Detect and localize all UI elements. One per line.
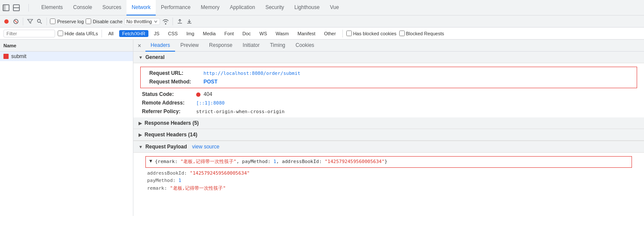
- svg-rect-1: [3, 5, 6, 11]
- wifi-icon[interactable]: [162, 18, 169, 25]
- has-blocked-cookies-checkbox[interactable]: Has blocked cookies: [346, 31, 397, 36]
- main-area: Name submit × Headers Preview Response I…: [0, 40, 644, 216]
- panel-tab-cookies[interactable]: Cookies: [290, 40, 319, 52]
- blocked-requests-checkbox[interactable]: Blocked Requests: [399, 31, 444, 36]
- left-panel: Name submit: [0, 40, 133, 216]
- payload-child-paymethod: payMethod: 1: [147, 177, 637, 184]
- general-section-header[interactable]: ▼ General: [133, 52, 644, 63]
- payload-arrow-icon: ▼: [139, 145, 143, 149]
- filter-type-css[interactable]: CSS: [165, 30, 181, 37]
- preserve-log-checkbox[interactable]: Preserve log: [50, 18, 84, 24]
- tab-network[interactable]: Network: [126, 0, 156, 15]
- svg-point-7: [37, 19, 40, 22]
- toolbar-sep2: [46, 18, 47, 25]
- column-name-header: Name: [0, 40, 133, 52]
- request-method-row: Request Method: POST: [141, 77, 637, 86]
- svg-line-8: [40, 22, 42, 24]
- panel-tab-initiator[interactable]: Initiator: [237, 40, 265, 52]
- request-payload-section-header[interactable]: ▼ Request Payload view source: [133, 141, 644, 153]
- filter-type-other[interactable]: Other: [321, 30, 339, 37]
- filter-type-img[interactable]: Img: [183, 30, 197, 37]
- request-list: submit: [0, 52, 133, 216]
- payload-child-remark: remark: "老板,记得带一次性筷子": [147, 184, 637, 192]
- throttle-dropdown[interactable]: No throttling: [124, 18, 160, 25]
- filter-type-js[interactable]: JS: [151, 30, 163, 37]
- tab-console[interactable]: Console: [68, 0, 97, 15]
- url-method-box: Request URL: http://localhost:8080/order…: [140, 67, 637, 88]
- filter-icon[interactable]: [26, 18, 34, 25]
- filter-type-wasm[interactable]: Wasm: [273, 30, 292, 37]
- record-button[interactable]: [3, 18, 10, 25]
- filter-type-doc[interactable]: Doc: [239, 30, 254, 37]
- disable-cache-checkbox[interactable]: Disable cache: [86, 18, 123, 24]
- request-item-icon: [3, 54, 9, 59]
- filter-type-fetch-xhr[interactable]: Fetch/XHR: [119, 30, 148, 37]
- right-panel: × Headers Preview Response Initiator Tim…: [133, 40, 644, 216]
- tab-application[interactable]: Application: [225, 0, 260, 15]
- tab-elements[interactable]: Elements: [36, 0, 68, 15]
- filter-sep: [102, 30, 102, 37]
- filter-type-all[interactable]: All: [105, 30, 117, 37]
- panel-tab-timing[interactable]: Timing: [265, 40, 290, 52]
- panel-tab-headers[interactable]: Headers: [145, 40, 175, 52]
- filter-sep2: [342, 30, 343, 37]
- tab-performance[interactable]: Performance: [156, 0, 196, 15]
- payload-expand-icon[interactable]: ▼: [148, 158, 153, 163]
- panel-tabs: × Headers Preview Response Initiator Tim…: [133, 40, 644, 52]
- panel-content: ▼ General Request URL: http://localhost:…: [133, 52, 644, 216]
- general-arrow-icon: ▼: [139, 55, 143, 60]
- network-toolbar: Preserve log Disable cache No throttling: [0, 15, 644, 28]
- general-section-content: Request URL: http://localhost:8080/order…: [133, 63, 644, 117]
- search-icon[interactable]: [36, 18, 43, 25]
- toolbar-sep3: [173, 18, 173, 25]
- tab-sources[interactable]: Sources: [97, 0, 126, 15]
- download-icon[interactable]: [185, 18, 193, 25]
- upload-icon[interactable]: [176, 18, 184, 25]
- panel-tab-preview[interactable]: Preview: [175, 40, 204, 52]
- tab-memory[interactable]: Memory: [196, 0, 225, 15]
- layout-icon[interactable]: [12, 3, 21, 12]
- tab-vue[interactable]: Vue: [325, 0, 344, 15]
- request-url-row: Request URL: http://localhost:8080/order…: [141, 69, 637, 77]
- tab-security[interactable]: Security: [260, 0, 289, 15]
- request-headers-section-header[interactable]: ▶ Request Headers (14): [133, 129, 644, 141]
- svg-line-6: [15, 20, 17, 23]
- status-code-row: Status Code: 404: [133, 90, 644, 99]
- clear-button[interactable]: [12, 18, 20, 25]
- payload-children: addressBookId: "1425792459560005634" pay…: [140, 169, 637, 192]
- panel-tab-response[interactable]: Response: [204, 40, 237, 52]
- separator-icon: [24, 3, 33, 12]
- filter-input[interactable]: [3, 30, 55, 37]
- request-headers-arrow-icon: ▶: [139, 132, 142, 137]
- filter-bar: Hide data URLs All Fetch/XHR JS CSS Img …: [0, 28, 644, 40]
- filter-type-ws[interactable]: WS: [256, 30, 270, 37]
- toolbar-sep1: [23, 18, 23, 25]
- tab-lighthouse[interactable]: Lighthouse: [289, 0, 325, 15]
- response-headers-arrow-icon: ▶: [139, 121, 142, 126]
- filter-type-manifest[interactable]: Manifest: [295, 30, 319, 37]
- request-item-submit[interactable]: submit: [0, 52, 133, 61]
- svg-point-4: [4, 19, 9, 24]
- payload-root-box: ▼ {remark: "老板,记得带一次性筷子", payMethod: 1, …: [145, 156, 632, 168]
- view-source-link[interactable]: view source: [192, 144, 219, 150]
- tab-bar: Elements Console Sources Network Perform…: [0, 0, 644, 15]
- remote-address-row: Remote Address: [::1]:8080: [133, 99, 644, 107]
- status-circle-icon: [196, 92, 200, 97]
- dock-icon[interactable]: [2, 3, 10, 12]
- filter-type-font[interactable]: Font: [221, 30, 237, 37]
- filter-type-media[interactable]: Media: [200, 30, 219, 37]
- close-panel-button[interactable]: ×: [135, 41, 144, 50]
- devtools-icons: [2, 3, 21, 12]
- response-headers-section-header[interactable]: ▶ Response Headers (5): [133, 117, 644, 129]
- payload-tree: ▼ {remark: "老板,记得带一次性筷子", payMethod: 1, …: [133, 153, 644, 194]
- referrer-policy-row: Referrer Policy: strict-origin-when-cros…: [133, 107, 644, 116]
- hide-data-urls-checkbox[interactable]: Hide data URLs: [58, 31, 98, 36]
- payload-child-address: addressBookId: "1425792459560005634": [147, 169, 637, 177]
- payload-root-row: ▼ {remark: "老板,记得带一次性筷子", payMethod: 1, …: [148, 158, 629, 165]
